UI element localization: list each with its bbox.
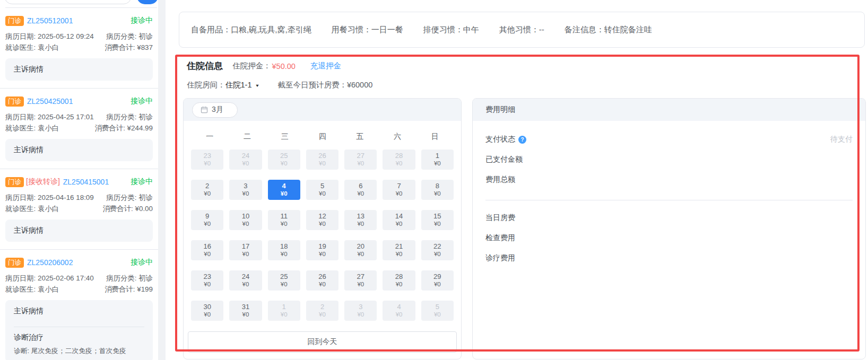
calendar-day-cell[interactable]: 28 ¥0 <box>383 270 415 291</box>
section-title: 主诉病情 <box>14 64 144 74</box>
day-amount: ¥0 <box>204 190 211 198</box>
calendar-day-cell[interactable]: 26 ¥0 <box>306 150 338 170</box>
fee-label: 支付状态 <box>485 135 515 144</box>
calendar-day-cell[interactable]: 4 ¥0 <box>268 180 300 200</box>
info-label: 其他习惯： <box>499 25 539 34</box>
calendar-day-cell[interactable]: 5 ¥0 <box>306 180 338 200</box>
day-amount: ¥0 <box>242 311 249 319</box>
calendar-day-cell[interactable]: 27 ¥0 <box>344 150 377 170</box>
weekday-label: 五 <box>341 132 379 143</box>
record-id-link[interactable]: ZL250512001 <box>27 16 73 25</box>
calendar-day-cell[interactable]: 25 ¥0 <box>268 270 300 291</box>
total-label: 消费合计: <box>105 285 135 293</box>
calendar-day-cell[interactable]: 24 ¥0 <box>229 150 262 170</box>
calendar-day-cell[interactable]: 11 ¥0 <box>268 210 300 230</box>
total-value: ¥837 <box>137 43 153 51</box>
day-number: 25 <box>280 273 288 281</box>
room-fee-calendar-panel: 3月 一二三四五六日 23 ¥0 24 ¥0 25 ¥0 26 ¥0 27 ¥0… <box>183 98 462 359</box>
day-number: 16 <box>203 242 211 251</box>
record-id-link[interactable]: ZL250415001 <box>63 178 109 186</box>
record-type-badge: 门诊 <box>5 177 24 187</box>
calendar-day-cell[interactable]: 20 ¥0 <box>344 240 377 260</box>
section-title: 主诉病情 <box>14 225 144 235</box>
calendar-day-cell[interactable]: 1 ¥0 <box>268 301 300 321</box>
fee-label: 当日房费 <box>485 213 515 223</box>
medical-record-card[interactable]: 门诊 ZL250425001 接诊中 病历日期: 2025-04-25 17:0… <box>0 88 158 169</box>
calendar-day-cell[interactable]: 7 ¥0 <box>383 180 415 200</box>
calendar-day-cell[interactable]: 8 ¥0 <box>421 180 454 200</box>
room-select-dropdown[interactable]: 住院1-1 ▼ <box>225 80 260 90</box>
month-selector[interactable]: 3月 <box>192 102 238 118</box>
category-label: 病历分类: <box>106 274 136 282</box>
calendar-day-cell[interactable]: 29 ¥0 <box>421 270 454 291</box>
record-row-doctor: 就诊医生: 袁小白 消费合计: ¥199 <box>5 284 153 295</box>
calendar-day-cell[interactable]: 26 ¥0 <box>306 270 338 291</box>
pet-habits-info-bar: 自备用品：口粮,碗,玩具,窝,牵引绳用餐习惯：一日一餐排便习惯：中午其他习惯：-… <box>179 12 865 48</box>
record-list: 门诊 ZL250512001 接诊中 病历日期: 2025-05-12 09:2… <box>0 8 158 360</box>
calendar-grid: 23 ¥0 24 ¥0 25 ¥0 26 ¥0 27 ¥0 28 ¥0 1 ¥0… <box>184 143 461 321</box>
weekday-label: 四 <box>303 132 341 143</box>
record-row-doctor: 就诊医生: 袁小白 消费合计: ¥837 <box>5 42 153 53</box>
calendar-day-cell[interactable]: 9 ¥0 <box>191 210 223 230</box>
calendar-day-cell[interactable]: 15 ¥0 <box>421 210 454 230</box>
main-panel: 自备用品：口粮,碗,玩具,窝,牵引绳用餐习惯：一日一餐排便习惯：中午其他习惯：-… <box>166 0 868 360</box>
calendar-day-cell[interactable]: 31 ¥0 <box>229 301 262 321</box>
day-amount: ¥0 <box>204 160 211 168</box>
help-icon[interactable]: ? <box>518 136 526 144</box>
record-card-header: 门诊 ZL250425001 接诊中 <box>5 95 153 107</box>
calendar-day-cell[interactable]: 3 ¥0 <box>344 301 377 321</box>
day-number: 4 <box>282 182 286 190</box>
calendar-day-cell[interactable]: 12 ¥0 <box>306 210 338 230</box>
day-number: 5 <box>436 303 439 311</box>
calendar-day-cell[interactable]: 6 ¥0 <box>344 180 377 200</box>
day-amount: ¥0 <box>319 221 326 228</box>
day-amount: ¥0 <box>434 190 441 198</box>
day-amount: ¥0 <box>281 221 288 228</box>
medical-record-card[interactable]: 门诊 [接收转诊] ZL250415001 接诊中 病历日期: 2025-04-… <box>0 169 158 249</box>
info-value: -- <box>539 25 544 34</box>
day-amount: ¥0 <box>319 160 326 168</box>
search-input[interactable] <box>4 0 132 4</box>
day-number: 5 <box>320 182 324 190</box>
info-label: 排便习惯： <box>423 25 463 34</box>
calendar-day-cell[interactable]: 14 ¥0 <box>383 210 415 230</box>
calendar-day-cell[interactable]: 13 ¥0 <box>344 210 377 230</box>
record-id-link[interactable]: ZL250425001 <box>27 97 73 106</box>
calendar-day-cell[interactable]: 1 ¥0 <box>421 150 454 170</box>
calendar-day-cell[interactable]: 25 ¥0 <box>268 150 300 170</box>
calendar-day-cell[interactable]: 2 ¥0 <box>306 301 338 321</box>
day-amount: ¥0 <box>281 190 288 198</box>
calendar-day-cell[interactable]: 23 ¥0 <box>191 150 223 170</box>
record-row-doctor: 就诊医生: 袁小白 消费合计: ¥0.00 <box>5 203 153 214</box>
search-button[interactable] <box>137 0 158 4</box>
calendar-day-cell[interactable]: 24 ¥0 <box>229 270 262 291</box>
calendar-day-cell[interactable]: 2 ¥0 <box>191 180 223 200</box>
record-id-link[interactable]: ZL250206002 <box>27 258 73 267</box>
calendar-day-cell[interactable]: 22 ¥0 <box>421 240 454 260</box>
calendar-day-cell[interactable]: 21 ¥0 <box>383 240 415 260</box>
calendar-day-cell[interactable]: 23 ¥0 <box>191 270 223 291</box>
transfer-tag: [接收转诊] <box>26 177 60 187</box>
doctor-value: 袁小白 <box>38 285 59 293</box>
calendar-day-cell[interactable]: 19 ¥0 <box>306 240 338 260</box>
back-to-today-button[interactable]: 回到今天 <box>188 331 457 353</box>
calendar-day-cell[interactable]: 10 ¥0 <box>229 210 262 230</box>
medical-record-card[interactable]: 门诊 ZL250512001 接诊中 病历日期: 2025-05-12 09:2… <box>0 8 158 88</box>
calendar-day-cell[interactable]: 27 ¥0 <box>344 270 377 291</box>
calendar-day-cell[interactable]: 4 ¥0 <box>383 301 415 321</box>
calendar-day-cell[interactable]: 18 ¥0 <box>268 240 300 260</box>
day-amount: ¥0 <box>204 251 211 258</box>
record-section: 主诉病情 <box>14 225 144 235</box>
day-number: 4 <box>397 303 401 311</box>
calendar-day-cell[interactable]: 5 ¥0 <box>421 301 454 321</box>
recharge-refund-deposit-link[interactable]: 充退押金 <box>310 61 341 71</box>
calendar-day-cell[interactable]: 30 ¥0 <box>191 301 223 321</box>
habit-info-item: 其他习惯：-- <box>499 25 544 35</box>
calendar-day-cell[interactable]: 17 ¥0 <box>229 240 262 260</box>
calendar-day-cell[interactable]: 28 ¥0 <box>383 150 415 170</box>
medical-record-card[interactable]: 门诊 ZL250206002 接诊中 病历日期: 2025-02-06 17:4… <box>0 249 158 360</box>
record-row-date: 病历日期: 2025-05-12 09:24 病历分类: 初诊 <box>5 31 153 42</box>
calendar-day-cell[interactable]: 3 ¥0 <box>229 180 262 200</box>
record-sections-box: 主诉病情 <box>5 219 153 242</box>
calendar-day-cell[interactable]: 16 ¥0 <box>191 240 223 260</box>
